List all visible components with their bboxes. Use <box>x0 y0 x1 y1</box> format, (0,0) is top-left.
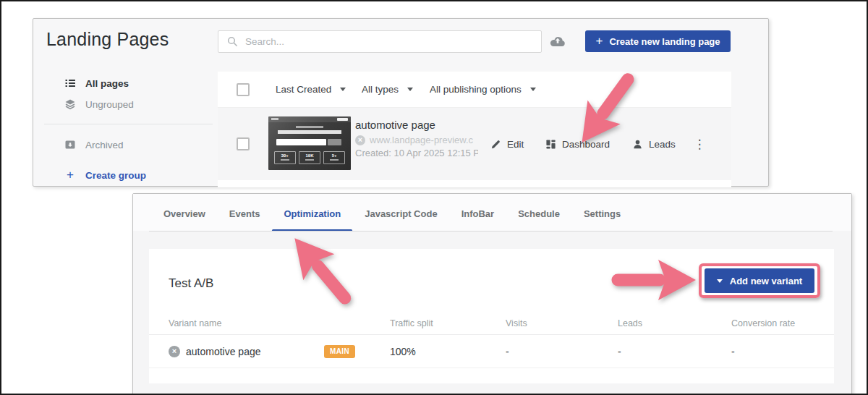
tab-overview[interactable]: Overview <box>163 207 205 221</box>
variant-status-icon: × <box>169 346 180 357</box>
chevron-down-icon <box>407 88 413 91</box>
more-options-button[interactable]: ⋮ <box>692 108 707 180</box>
thumb-stat: 30+ <box>274 151 296 164</box>
create-group-label: Create group <box>85 170 146 181</box>
variant-name-cell: × automotive page <box>169 346 324 357</box>
page-name: automotive page <box>355 118 478 132</box>
main-badge: MAIN <box>324 345 355 358</box>
page-info: automotive page × www.landpage-preview.c… <box>355 118 478 160</box>
landing-pages-panel: Landing Pages + Create new landing page … <box>33 18 769 187</box>
search-box[interactable] <box>218 30 542 53</box>
tab-infobar[interactable]: InfoBar <box>461 207 495 221</box>
thumb-stat: 5+ <box>323 151 345 164</box>
tab-optimization[interactable]: Optimization <box>284 207 341 221</box>
tabs: Overview Events Optimization Javascript … <box>163 207 621 221</box>
search-icon <box>227 36 238 47</box>
leads-button[interactable]: Leads <box>632 108 676 180</box>
sidebar-item-label: Archived <box>85 140 124 150</box>
landing-page-row[interactable]: 30+ 19K 5+ automotive page × www.landpag… <box>218 108 731 180</box>
page-url: www.landpage-preview.c <box>370 134 473 146</box>
tab-schedule[interactable]: Schedule <box>518 207 560 221</box>
unpublished-icon: × <box>355 135 365 145</box>
dashboard-icon <box>545 139 556 150</box>
thumb-nav <box>268 116 351 122</box>
chevron-down-icon <box>340 88 346 91</box>
sidebar-item-archived[interactable]: Archived <box>64 137 124 152</box>
cloud-upload-icon[interactable] <box>548 34 567 48</box>
dashboard-panel: Overview Events Optimization Javascript … <box>132 193 852 395</box>
select-all-checkbox[interactable] <box>237 83 250 96</box>
type-filter[interactable]: All types <box>362 72 413 107</box>
pencil-icon <box>490 139 501 150</box>
tab-javascript-code[interactable]: Javascript Code <box>365 207 437 221</box>
plus-icon: + <box>64 168 76 182</box>
page-url-row[interactable]: × www.landpage-preview.c <box>355 134 478 146</box>
list-icon <box>64 77 76 89</box>
sidebar-item-label: All pages <box>85 78 129 89</box>
create-new-landing-page-button[interactable]: + Create new landing page <box>585 30 731 52</box>
page-title: Landing Pages <box>46 29 169 50</box>
create-group-button[interactable]: + Create group <box>64 168 146 182</box>
chevron-down-icon <box>717 279 723 283</box>
table-header: Variant name Traffic split Visits Leads … <box>149 312 834 335</box>
tab-divider <box>149 231 833 232</box>
sidebar-item-label: Ungrouped <box>85 99 134 110</box>
ab-test-card: Test A/B Add new variant Variant name Tr… <box>149 249 834 383</box>
visits-cell: - <box>506 346 618 357</box>
ab-test-title: Test A/B <box>169 276 213 291</box>
conversion-rate-cell: - <box>731 346 834 357</box>
sidebar-item-ungrouped[interactable]: Ungrouped <box>64 97 134 111</box>
archive-icon <box>64 139 76 150</box>
leads-cell: - <box>618 346 731 357</box>
dashboard-button[interactable]: Dashboard <box>545 108 610 180</box>
search-input[interactable] <box>245 31 541 52</box>
edit-button[interactable]: Edit <box>490 108 524 180</box>
publishing-filter[interactable]: All publishing options <box>430 72 536 107</box>
filter-bar: Last Created All types All publishing op… <box>218 72 731 108</box>
plus-icon: + <box>595 35 603 47</box>
traffic-split-cell: 100% <box>390 346 506 357</box>
page-created: Created: 10 Apr 2025 12:15 PM <box>355 147 478 160</box>
pages-list: Last Created All types All publishing op… <box>218 72 731 187</box>
layers-icon <box>64 98 76 110</box>
sidebar-item-all-pages[interactable]: All pages <box>64 76 129 90</box>
page-thumbnail[interactable]: 30+ 19K 5+ <box>268 116 351 170</box>
thumb-stat: 19K <box>299 151 320 164</box>
table-row[interactable]: × automotive page MAIN 100% - - - <box>149 335 834 368</box>
tab-settings[interactable]: Settings <box>584 207 621 221</box>
sort-filter[interactable]: Last Created <box>276 72 346 107</box>
chevron-down-icon <box>530 88 536 91</box>
tab-events[interactable]: Events <box>229 207 260 221</box>
add-new-variant-button[interactable]: Add new variant <box>705 268 814 293</box>
sidebar-divider <box>44 124 213 124</box>
row-checkbox[interactable] <box>237 137 250 150</box>
person-icon <box>632 139 643 150</box>
